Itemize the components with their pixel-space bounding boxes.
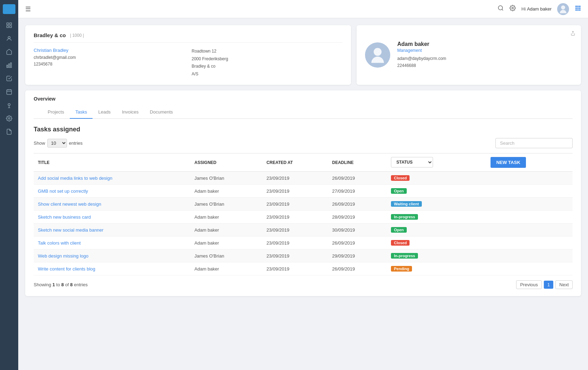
prev-button[interactable]: Previous xyxy=(516,280,542,289)
sidebar-icon-calendar[interactable] xyxy=(4,86,15,97)
grid-icon[interactable] xyxy=(575,5,581,13)
task-action-cell xyxy=(482,224,573,237)
agent-card: Adam baker Management adam@daybydaycrm.c… xyxy=(357,25,581,85)
sidebar-icon-tasks[interactable] xyxy=(4,73,15,84)
task-title-cell[interactable]: Sketch new business card xyxy=(34,211,190,224)
contact-body: Christian Bradley chrbradlet@gmail.com 1… xyxy=(34,48,343,78)
sidebar-icon-pin[interactable] xyxy=(4,100,15,111)
task-action-cell xyxy=(482,262,573,275)
task-action-cell xyxy=(482,237,573,249)
main-area: ☰ Hi Adam baker Br xyxy=(18,0,588,370)
task-title-cell[interactable]: Sketch new social media banner xyxy=(34,224,190,237)
tab-documents[interactable]: Documents xyxy=(144,106,178,119)
sidebar-icon-settings[interactable] xyxy=(4,113,15,124)
col-deadline: DEADLINE xyxy=(328,153,387,172)
pagination: Showing 1 to 8 of 8 entries Previous 1 N… xyxy=(34,275,573,289)
task-title-cell[interactable]: Web design missing logo xyxy=(34,249,190,262)
task-deadline-cell: 28/09/2019 xyxy=(328,211,387,224)
tasks-table: TITLE ASSIGNED CREATED AT DEADLINE STATU… xyxy=(34,153,573,275)
task-created-cell: 23/09/2019 xyxy=(262,262,328,275)
sidebar-icon-dashboard[interactable] xyxy=(4,46,15,57)
contact-phone: 12345678 xyxy=(34,61,185,68)
status-filter-select[interactable]: STATUS Closed Open Waiting client In-pro… xyxy=(391,157,433,167)
col-assigned: ASSIGNED xyxy=(190,153,263,172)
table-row: Talk colors with client Adam baker 23/09… xyxy=(34,237,573,249)
sidebar-icon-chart[interactable] xyxy=(4,60,15,71)
task-assigned-cell: James O'Brian xyxy=(190,172,263,185)
overview-header: Overview Projects Tasks Leads Invoices D… xyxy=(25,90,581,119)
col-title: TITLE xyxy=(34,153,190,172)
task-title-cell[interactable]: GMB not set up correctly xyxy=(34,185,190,198)
page-1-button[interactable]: 1 xyxy=(544,281,553,289)
tab-projects[interactable]: Projects xyxy=(42,106,70,119)
sidebar-icon-home[interactable] xyxy=(4,20,15,31)
user-avatar[interactable] xyxy=(557,3,569,15)
svg-rect-5 xyxy=(7,65,8,68)
contact-name-link[interactable]: Christian Bradley xyxy=(34,48,185,53)
table-row: Add social media links to web design Jam… xyxy=(34,172,573,185)
task-deadline-cell: 26/09/2019 xyxy=(328,262,387,275)
col-created: CREATED AT xyxy=(262,153,328,172)
contact-right: Roadtown 12 2000 Frederiksberg Bradley &… xyxy=(192,48,343,78)
task-status-cell: Closed xyxy=(387,237,482,249)
share-button[interactable] xyxy=(570,31,575,37)
svg-point-12 xyxy=(8,104,10,106)
settings-button[interactable] xyxy=(509,5,516,13)
task-action-cell xyxy=(482,172,573,185)
svg-rect-18 xyxy=(575,6,577,7)
task-status-cell: Open xyxy=(387,224,482,237)
table-row: Write content for clients blog Adam bake… xyxy=(34,262,573,275)
task-status-cell: In-progress xyxy=(387,211,482,224)
agent-phone: 22446688 xyxy=(397,62,573,69)
sidebar-icon-docs[interactable] xyxy=(4,126,15,137)
task-status-cell: In-progress xyxy=(387,249,482,262)
status-badge: Waiting client xyxy=(391,201,421,207)
svg-rect-0 xyxy=(7,23,8,25)
task-title-cell[interactable]: Talk colors with client xyxy=(34,237,190,249)
task-title-cell[interactable]: Add social media links to web design xyxy=(34,172,190,185)
task-title-cell[interactable]: Write content for clients blog xyxy=(34,262,190,275)
svg-rect-20 xyxy=(579,6,581,7)
contact-email: chrbradlet@gmail.com xyxy=(34,54,185,61)
tab-leads[interactable]: Leads xyxy=(93,106,116,119)
svg-rect-24 xyxy=(575,9,577,11)
task-assigned-cell: Adam baker xyxy=(190,185,263,198)
task-status-cell: Open xyxy=(387,185,482,198)
task-action-cell xyxy=(482,211,573,224)
svg-point-27 xyxy=(374,48,382,56)
next-button[interactable]: Next xyxy=(555,280,573,289)
show-entries: Show 10 25 50 100 entries xyxy=(34,139,83,148)
table-row: Sketch new social media banner Adam bake… xyxy=(34,224,573,237)
contact-left: Christian Bradley chrbradlet@gmail.com 1… xyxy=(34,48,185,78)
task-action-cell xyxy=(482,249,573,262)
svg-rect-19 xyxy=(577,6,579,7)
tab-invoices[interactable]: Invoices xyxy=(116,106,144,119)
table-row: Web design missing logo James O'Brian 23… xyxy=(34,249,573,262)
contact-address-line4: A/S xyxy=(192,70,343,78)
task-deadline-cell: 29/09/2019 xyxy=(328,249,387,262)
contact-address-line1: Roadtown 12 xyxy=(192,48,343,55)
task-assigned-cell: Adam baker xyxy=(190,211,263,224)
status-badge: Open xyxy=(391,188,406,194)
entries-select[interactable]: 10 25 50 100 xyxy=(47,139,67,148)
sidebar-icon-user[interactable] xyxy=(4,33,15,44)
task-created-cell: 23/09/2019 xyxy=(262,198,328,211)
status-badge: Open xyxy=(391,227,406,233)
status-badge: In-progress xyxy=(391,253,418,259)
svg-point-16 xyxy=(512,7,514,9)
hamburger-button[interactable]: ☰ xyxy=(25,5,31,13)
search-input[interactable] xyxy=(495,138,573,148)
search-button[interactable] xyxy=(498,5,504,13)
tab-tasks[interactable]: Tasks xyxy=(70,106,93,119)
svg-rect-8 xyxy=(7,90,12,95)
svg-line-15 xyxy=(502,9,503,10)
pagination-controls: Previous 1 Next xyxy=(516,280,573,289)
svg-rect-1 xyxy=(10,23,12,25)
task-status-cell: Closed xyxy=(387,172,482,185)
sidebar-logo xyxy=(3,4,15,14)
agent-email: adam@daybydaycrm.com xyxy=(397,55,573,62)
col-actions: NEW TASK xyxy=(482,153,573,172)
new-task-button[interactable]: NEW TASK xyxy=(491,157,526,168)
agent-name: Adam baker xyxy=(397,41,573,47)
task-title-cell[interactable]: Show client newest web design xyxy=(34,198,190,211)
